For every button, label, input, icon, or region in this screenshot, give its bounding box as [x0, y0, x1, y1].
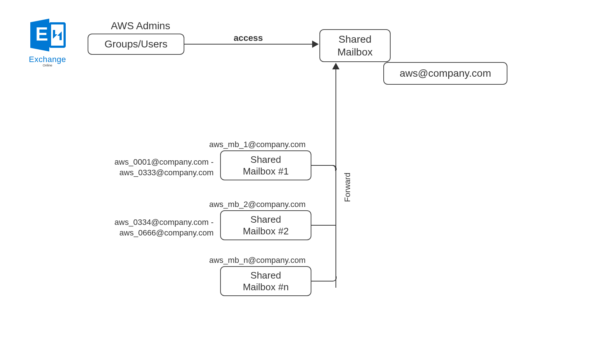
access-arrow-line — [184, 44, 312, 45]
groups-users-label: Groups/Users — [104, 38, 168, 50]
mailbox-2-connector — [311, 225, 336, 226]
forward-trunk-lower — [335, 166, 336, 277]
forward-arrow-head — [332, 63, 340, 69]
exchange-icon: E — [27, 17, 68, 53]
mailbox-1-name: Shared Mailbox #1 — [243, 154, 289, 177]
mailbox-2-name: Shared Mailbox #2 — [243, 214, 289, 237]
exchange-logo-text: Exchange — [29, 55, 66, 64]
exchange-logo-subtext: Online — [43, 64, 52, 67]
mailbox-1-range: aws_0001@company.com - aws_0333@company.… — [100, 157, 214, 178]
mailbox-1-box: Shared Mailbox #1 — [220, 150, 311, 180]
groups-users-box: Groups/Users — [88, 34, 184, 55]
access-label: access — [212, 33, 285, 43]
mailbox-n-address: aws_mb_n@company.com — [199, 256, 316, 265]
shared-mailbox-main-label: Shared Mailbox — [337, 33, 372, 58]
mailbox-n-connector-h — [311, 281, 331, 281]
mailbox-2-range: aws_0334@company.com - aws_0666@company.… — [100, 217, 214, 238]
forward-label: Forward — [343, 173, 352, 202]
mailbox-1-connector-h — [311, 165, 331, 166]
shared-mailbox-address: aws@company.com — [400, 68, 491, 79]
svg-text:E: E — [35, 23, 48, 45]
shared-mailbox-main-box: Shared Mailbox — [319, 29, 391, 62]
mailbox-n-name: Shared Mailbox #n — [243, 269, 289, 293]
aws-admins-title: AWS Admins — [95, 20, 186, 32]
mailbox-1-address: aws_mb_1@company.com — [199, 140, 316, 149]
exchange-logo: E Exchange Online — [15, 11, 80, 73]
access-arrow-head — [312, 41, 319, 48]
mailbox-n-box: Shared Mailbox #n — [220, 266, 311, 296]
mailbox-2-address: aws_mb_2@company.com — [199, 200, 316, 209]
mailbox-2-box: Shared Mailbox #2 — [220, 210, 311, 240]
svg-rect-2 — [50, 23, 65, 47]
shared-mailbox-address-box: aws@company.com — [383, 62, 507, 85]
